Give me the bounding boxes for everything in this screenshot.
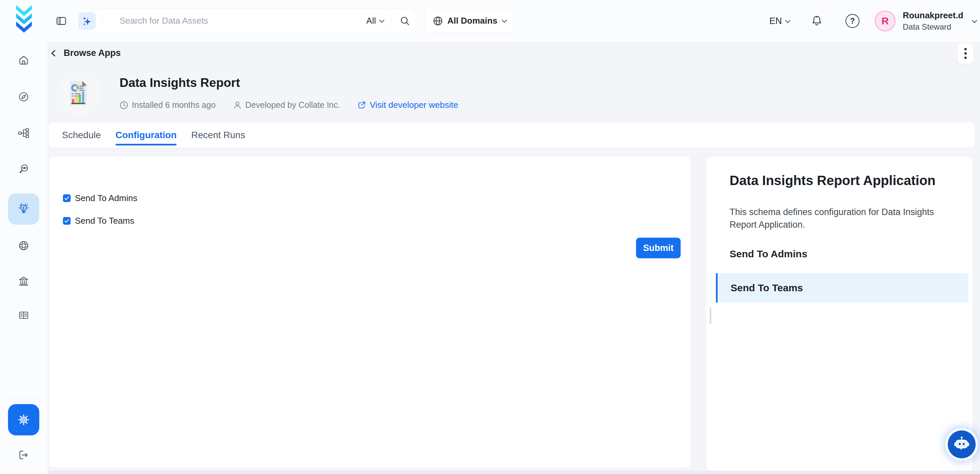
checkbox-label[interactable]: Send To Admins: [75, 193, 137, 204]
tab-label: Schedule: [62, 130, 101, 140]
sidebar-toggle-icon[interactable]: [56, 15, 67, 27]
sidebar-item-domains[interactable]: [8, 230, 39, 261]
browse-apps-back-link[interactable]: Browse Apps: [52, 48, 121, 58]
sidebar-divider: [9, 398, 39, 399]
tab-configuration[interactable]: Configuration: [116, 122, 177, 148]
schema-section-label: Send To Teams: [718, 282, 803, 294]
chevron-down-icon[interactable]: [379, 17, 385, 23]
schema-section-send-to-teams[interactable]: Send To Teams: [716, 273, 968, 302]
sidebar-item-explore[interactable]: [8, 81, 39, 113]
kebab-dot: [964, 52, 967, 55]
external-link-icon: [357, 101, 366, 110]
app-tabs: Schedule Configuration Recent Runs: [49, 122, 975, 148]
tab-recent-runs[interactable]: Recent Runs: [191, 122, 245, 148]
clock-icon: [119, 101, 128, 110]
chevron-down-icon[interactable]: [972, 17, 977, 23]
app-report-icon: [63, 78, 94, 109]
language-label: EN: [769, 16, 782, 26]
all-domains-dropdown[interactable]: All Domains: [426, 9, 513, 33]
glossary-book-icon: [18, 310, 29, 321]
user-name: Rounakpreet.d: [903, 10, 963, 21]
avatar-initial: R: [881, 15, 889, 27]
send-to-admins-field: Send To Admins: [63, 193, 137, 204]
chevron-down-icon: [785, 17, 791, 23]
search-icon[interactable]: [400, 16, 410, 26]
chevron-left-icon: [51, 50, 58, 57]
insights-bulb-icon: [17, 202, 30, 216]
developer-info: Developed by Collate Inc.: [233, 100, 340, 110]
sidebar-item-logout[interactable]: [8, 439, 39, 471]
schema-panel: Data Insights Report Application This sc…: [706, 156, 973, 472]
language-dropdown[interactable]: EN: [769, 16, 789, 26]
developer-text: Developed by Collate Inc.: [245, 100, 340, 110]
data-flow-icon: [18, 127, 29, 139]
tab-label: Configuration: [116, 130, 177, 140]
sidebar-item-data-flow[interactable]: [8, 118, 39, 149]
schema-title: Data Insights Report Application: [730, 173, 936, 188]
user-menu[interactable]: Rounakpreet.d Data Steward: [903, 10, 963, 32]
installed-text: Installed 6 months ago: [132, 100, 216, 110]
send-to-teams-checkbox[interactable]: [63, 217, 71, 225]
ai-search-button[interactable]: [78, 12, 96, 30]
search-input[interactable]: [102, 16, 366, 26]
page-title: Data Insights Report: [119, 76, 240, 90]
explore-compass-icon: [18, 91, 29, 103]
observability-icon: [18, 164, 29, 175]
tab-schedule[interactable]: Schedule: [62, 122, 101, 148]
sidebar-item-home[interactable]: [8, 45, 39, 76]
sidebar-item-govern[interactable]: [8, 266, 39, 297]
sidebar: [0, 0, 47, 474]
robot-icon: [953, 436, 970, 453]
domains-globe-icon: [18, 240, 29, 251]
govern-bank-icon: [18, 275, 29, 287]
more-options-button[interactable]: [957, 43, 974, 64]
user-role: Data Steward: [903, 22, 963, 32]
help-icon[interactable]: ?: [845, 14, 859, 28]
back-label: Browse Apps: [64, 48, 121, 58]
kebab-dot: [964, 57, 967, 59]
sidebar-item-insights[interactable]: [8, 193, 39, 225]
chevron-down-icon: [501, 17, 507, 23]
help-glyph: ?: [850, 17, 855, 25]
sidebar-item-glossary[interactable]: [8, 300, 39, 331]
topbar-right-cluster: EN ? R Rounakpreet.d Data Steward: [769, 0, 976, 42]
send-to-admins-checkbox[interactable]: [63, 194, 71, 202]
user-icon: [233, 101, 242, 110]
schema-section-send-to-admins: Send To Admins: [730, 248, 807, 259]
checkbox-label[interactable]: Send To Teams: [75, 216, 134, 226]
chatbot-button[interactable]: [948, 430, 976, 458]
sidebar-item-observability[interactable]: [8, 153, 39, 185]
topbar: All All Domains EN: [47, 0, 980, 42]
main-content: Browse Apps Data Insights Report: [47, 42, 980, 474]
installed-info: Installed 6 months ago: [119, 100, 216, 110]
app-meta-row: Installed 6 months ago Developed by Coll…: [119, 100, 458, 110]
kebab-dot: [964, 48, 967, 50]
schema-description: This schema defines configuration for Da…: [730, 206, 951, 231]
website-link-label: Visit developer website: [370, 100, 458, 110]
collate-logo: [12, 4, 36, 33]
search-scope-label[interactable]: All: [366, 16, 376, 26]
scrollbar-thumb[interactable]: [710, 307, 711, 324]
notifications-bell-icon[interactable]: [810, 14, 824, 28]
configuration-form-card: Send To Admins Send To Teams Submit: [49, 156, 690, 468]
globe-icon: [433, 16, 443, 26]
avatar[interactable]: R: [875, 11, 896, 31]
developer-website-link[interactable]: Visit developer website: [357, 100, 458, 110]
home-icon: [18, 55, 29, 66]
send-to-teams-field: Send To Teams: [63, 216, 134, 226]
gear-icon: [17, 413, 30, 426]
ai-sparkle-icon: [81, 15, 92, 27]
logout-icon: [18, 449, 29, 461]
global-search-bar: All: [74, 9, 418, 33]
tab-label: Recent Runs: [191, 130, 245, 140]
all-domains-label: All Domains: [447, 16, 497, 26]
submit-button[interactable]: Submit: [636, 238, 681, 258]
sidebar-item-settings[interactable]: [8, 404, 39, 435]
